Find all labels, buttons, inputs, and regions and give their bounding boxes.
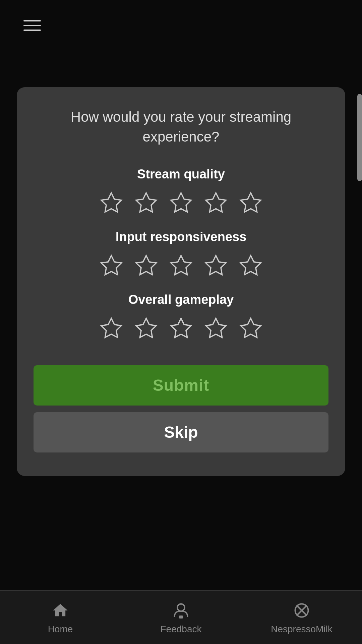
input-responsiveness-star-4[interactable] — [202, 252, 229, 279]
menu-line-2 — [23, 25, 41, 26]
svg-marker-14 — [241, 318, 261, 337]
submit-button[interactable]: Submit — [34, 365, 328, 406]
svg-marker-3 — [206, 193, 226, 212]
stream-quality-star-1[interactable] — [98, 190, 125, 216]
overall-gameplay-stars — [98, 315, 264, 342]
feedback-dialog: How would you rate your streaming experi… — [17, 87, 345, 476]
feedback-icon — [171, 600, 191, 621]
hamburger-menu[interactable] — [23, 20, 41, 31]
stream-quality-star-2[interactable] — [133, 190, 160, 216]
nav-home-label: Home — [48, 624, 73, 635]
svg-marker-12 — [171, 318, 191, 337]
stream-quality-section: Stream quality — [34, 167, 328, 216]
svg-marker-4 — [241, 193, 261, 212]
stream-quality-star-3[interactable] — [168, 190, 194, 216]
svg-marker-10 — [101, 318, 121, 337]
svg-point-15 — [177, 604, 185, 611]
svg-marker-7 — [171, 256, 191, 275]
menu-line-1 — [23, 20, 41, 21]
input-responsiveness-star-5[interactable] — [237, 252, 264, 279]
stream-quality-star-4[interactable] — [202, 190, 229, 216]
svg-marker-8 — [206, 256, 226, 275]
overall-gameplay-label: Overall gameplay — [128, 292, 234, 307]
overall-gameplay-star-2[interactable] — [133, 315, 160, 342]
input-responsiveness-star-3[interactable] — [168, 252, 194, 279]
stream-quality-stars — [98, 190, 264, 216]
dialog-question: How would you rate your streaming experi… — [34, 107, 328, 147]
menu-line-3 — [23, 30, 41, 31]
bottom-navigation: Home Feedback NespressoMilk — [0, 590, 362, 644]
svg-marker-9 — [241, 256, 261, 275]
input-responsiveness-stars — [98, 252, 264, 279]
input-responsiveness-section: Input responsiveness — [34, 230, 328, 279]
overall-gameplay-section: Overall gameplay — [34, 292, 328, 342]
input-responsiveness-star-2[interactable] — [133, 252, 160, 279]
scrollbar — [357, 94, 362, 181]
input-responsiveness-star-1[interactable] — [98, 252, 125, 279]
overall-gameplay-star-3[interactable] — [168, 315, 194, 342]
svg-marker-6 — [136, 256, 156, 275]
overall-gameplay-star-4[interactable] — [202, 315, 229, 342]
svg-marker-13 — [206, 318, 226, 337]
nav-item-nespressomilk[interactable]: NespressoMilk — [241, 600, 362, 635]
svg-marker-0 — [101, 193, 121, 212]
stream-quality-star-5[interactable] — [237, 190, 264, 216]
nav-item-feedback[interactable]: Feedback — [121, 600, 241, 635]
svg-marker-11 — [136, 318, 156, 337]
overall-gameplay-star-1[interactable] — [98, 315, 125, 342]
nespressomilk-icon — [292, 600, 312, 621]
nav-nespressomilk-label: NespressoMilk — [271, 624, 333, 635]
svg-marker-5 — [101, 256, 121, 275]
overall-gameplay-star-5[interactable] — [237, 315, 264, 342]
skip-button[interactable]: Skip — [34, 412, 328, 452]
nav-item-home[interactable]: Home — [0, 600, 121, 635]
stream-quality-label: Stream quality — [137, 167, 225, 181]
home-icon — [50, 600, 70, 621]
svg-marker-1 — [136, 193, 156, 212]
input-responsiveness-label: Input responsiveness — [116, 230, 247, 244]
nav-feedback-label: Feedback — [161, 624, 202, 635]
svg-marker-2 — [171, 193, 191, 212]
